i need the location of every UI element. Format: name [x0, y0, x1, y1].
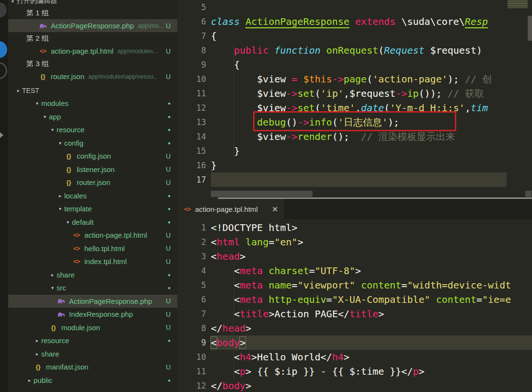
html-file-icon: <> [39, 47, 47, 55]
editor-html[interactable]: 1<!DOCTYPE html>2<html lang="en">3<head>… [177, 219, 532, 392]
tree-item-template[interactable]: ▾template● [8, 202, 177, 216]
tree-item-manifast.json[interactable]: {}manifast.jsonU [8, 360, 177, 374]
git-untracked-badge: U [166, 297, 171, 305]
chevron-down-icon: ▾ [67, 219, 69, 225]
code-line-6[interactable]: 6class ActionPageResponse extends \suda\… [177, 14, 532, 29]
code-line-5[interactable]: 5 <meta name="viewport" content="width=d… [177, 278, 532, 292]
tree-item-router.json[interactable]: {}router.jsonU [8, 176, 177, 189]
code-line-10[interactable]: 10 $view = $this->page('action-page'); /… [177, 72, 532, 86]
horizontal-scrollbar[interactable] [211, 191, 312, 197]
chevron-down-icon: ▾ [59, 206, 61, 211]
line-number: 17 [177, 173, 206, 187]
git-untracked-badge: U [166, 152, 171, 160]
tab-label: action-page.tpl.html [195, 205, 258, 213]
php-file-icon [57, 311, 65, 317]
code-line-1[interactable]: 1<!DOCTYPE html> [177, 220, 532, 235]
file-name: action-page.tpl.html [84, 231, 147, 239]
close-icon[interactable]: ✕ [272, 205, 278, 214]
code-line-14[interactable]: 14 $view->render(); // 渲染模板显示出来 [177, 129, 532, 144]
code-line-12[interactable]: 12</body> [177, 379, 532, 392]
line-number: 4 [177, 264, 206, 278]
tree-item-default[interactable]: ▾default● [8, 216, 177, 229]
file-name: share [41, 350, 59, 358]
code-line-3[interactable]: 3<head> [177, 249, 532, 264]
code-line-16[interactable]: 16} [177, 158, 532, 173]
line-number: 7 [177, 29, 206, 43]
code-line-17[interactable]: 17 [177, 173, 532, 187]
code-text: } [206, 158, 217, 173]
tree-item-config[interactable]: ▾config● [8, 137, 177, 150]
html-file-icon: <> [72, 231, 81, 239]
json-file-icon: {} [34, 363, 42, 370]
modified-dot-badge: ● [168, 206, 171, 211]
git-untracked-badge: U [166, 231, 171, 239]
code-line-7[interactable]: 7 <title>Action PAGE</title> [177, 307, 532, 321]
tree-item-ActionPageResponse.php[interactable]: ActionPageResponse.phpU [8, 295, 177, 308]
code-line-8[interactable]: 8 public function onRequest(Request $req… [177, 43, 532, 58]
chevron-right-icon: ▸ [36, 338, 38, 343]
code-text: { [206, 29, 217, 43]
line-number: 12 [177, 379, 206, 392]
tree-item-listener.json[interactable]: {}listener.jsonU [8, 163, 177, 176]
code-line-11[interactable]: 11 <p> {{ $:ip }} - {{ $:time }}</p> [177, 364, 532, 379]
editor-php[interactable]: 56class ActionPageResponse extends \suda… [177, 0, 532, 198]
code-line-9[interactable]: 9 { [177, 58, 532, 72]
code-line-7[interactable]: 7{ [177, 29, 532, 43]
open-editor-item-router.json[interactable]: {}router.jsonapp\modules\app\resou..U [8, 70, 177, 83]
open-editor-item-ActionPageResponse.php[interactable]: ActionPageResponse.phpapp\mo...U [8, 19, 177, 32]
json-file-icon: {} [65, 152, 73, 160]
php-file-icon [57, 298, 65, 304]
tab-action-page-tpl[interactable]: <> action-page.tpl.html ✕ [177, 199, 284, 219]
code-text: <h4>Hello World</h4> [206, 350, 349, 364]
line-number: 7 [177, 307, 206, 321]
code-line-11[interactable]: 11 $view->set('ip',$request->ip()); // 获… [177, 86, 532, 101]
code-line-9[interactable]: 9<body> [177, 335, 532, 350]
tab-bar: <> action-page.tpl.html ✕ [177, 199, 532, 219]
open-editor-item-action-page.tpl.html[interactable]: <>action-page.tpl.htmlapp\modules...U [8, 45, 177, 58]
tree-item-module.json[interactable]: {}module.jsonU [8, 321, 177, 334]
code-text: <meta name="viewport" content="width=dev… [206, 278, 511, 292]
code-line-10[interactable]: 10 <h4>Hello World</h4> [177, 350, 532, 364]
file-name: router.json [51, 72, 84, 81]
tree-item-resource[interactable]: ▸resource● [8, 334, 177, 347]
tree-item-src[interactable]: ▾src● [8, 281, 177, 295]
tree-item-modules[interactable]: ▾modules● [8, 97, 177, 110]
modified-dot-badge: ● [168, 193, 171, 198]
file-name: module.json [61, 323, 100, 332]
chevron-right-icon: ▸ [28, 378, 31, 383]
file-name: router.json [77, 178, 110, 186]
file-name: IndexResponse.php [69, 310, 133, 318]
code-line-15[interactable]: 15 } [177, 144, 532, 158]
code-text: <body> [206, 335, 245, 350]
tree-item-locales[interactable]: ▸locales● [8, 189, 177, 203]
code-line-5[interactable]: 5 [177, 0, 532, 14]
open-editors-header[interactable]: ▾ 打开的编辑器 [8, 0, 177, 7]
workspace-header[interactable]: ▾ TEST [8, 84, 177, 97]
code-text: </head> [206, 321, 251, 335]
json-file-icon: {} [65, 166, 73, 173]
file-name: action-page.tpl.html [51, 47, 114, 55]
code-line-8[interactable]: 8</head> [177, 321, 532, 335]
tree-item-share[interactable]: ▸share● [8, 268, 177, 282]
tree-item-hello.tpl.html[interactable]: <>hello.tpl.htmlU [8, 242, 177, 255]
tree-item-action-page.tpl.html[interactable]: <>action-page.tpl.htmlU [8, 229, 177, 242]
tree-item-IndexResponse.php[interactable]: IndexResponse.phpU [8, 308, 177, 321]
editor-group-sash[interactable] [218, 197, 532, 199]
file-name: config.json [77, 152, 111, 160]
tree-item-index.tpl.html[interactable]: <>index.tpl.htmlU [8, 255, 177, 268]
tree-item-public[interactable]: ▸public● [8, 374, 177, 387]
activity-bar[interactable] [0, 0, 8, 392]
code-line-2[interactable]: 2<html lang="en"> [177, 235, 532, 249]
vertical-scrollbar[interactable] [528, 16, 532, 41]
code-line-4[interactable]: 4 <meta charset="UTF-8"> [177, 264, 532, 278]
tree-item-config.json[interactable]: {}config.jsonU [8, 150, 177, 163]
chevron-down-icon: ▾ [17, 88, 19, 93]
line-number: 9 [177, 58, 206, 72]
code-line-6[interactable]: 6 <meta http-equiv="X-UA-Compatible" con… [177, 292, 532, 307]
modified-dot-badge: ● [168, 219, 171, 225]
tree-item-app[interactable]: ▾app● [8, 110, 177, 124]
tree-item-resource[interactable]: ▾resource● [8, 123, 177, 137]
tree-item-share[interactable]: ▸share [8, 347, 177, 361]
code-text: <meta charset="UTF-8"> [206, 264, 361, 278]
html-file-icon: <> [72, 258, 81, 265]
